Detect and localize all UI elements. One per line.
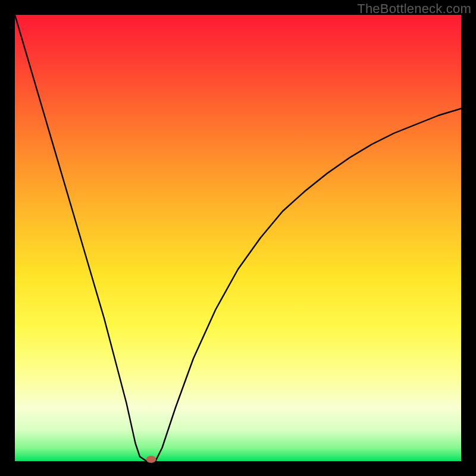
plot-area <box>15 15 461 461</box>
bottleneck-curve <box>15 15 461 461</box>
optimum-marker <box>146 456 156 463</box>
chart-frame <box>15 15 461 461</box>
